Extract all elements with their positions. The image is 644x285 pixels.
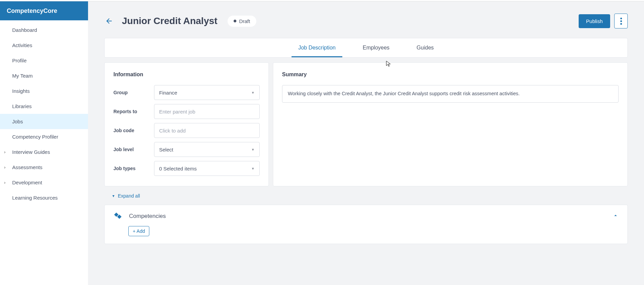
reports-to-label: Reports to xyxy=(113,109,154,114)
job-code-label: Job code xyxy=(113,128,154,133)
status-chip: Draft xyxy=(228,16,256,27)
caret-down-icon: ▼ xyxy=(251,91,255,95)
chevron-right-icon: › xyxy=(4,165,5,170)
back-arrow-icon[interactable] xyxy=(104,17,114,25)
competencies-section: Competencies + Add xyxy=(104,205,628,244)
group-select[interactable]: Finance ▼ xyxy=(154,85,260,100)
main-content: Junior Credit Analyst Draft Publish Job … xyxy=(88,1,644,285)
summary-heading: Summary xyxy=(282,72,619,78)
sidebar-item-label: Activities xyxy=(12,42,32,48)
chevron-right-icon: › xyxy=(4,180,5,185)
job-types-label: Job types xyxy=(113,166,154,171)
group-value: Finance xyxy=(159,90,177,96)
sidebar-item-development[interactable]: ›Development xyxy=(0,175,88,190)
brand: CompetencyCore xyxy=(0,1,88,20)
sidebar-item-learning-resources[interactable]: Learning Resources xyxy=(0,190,88,205)
information-heading: Information xyxy=(113,72,260,78)
expand-all-button[interactable]: ▾ Expand all xyxy=(112,193,140,199)
job-types-select[interactable]: 0 Selected items ▼ xyxy=(154,161,260,176)
publish-button[interactable]: Publish xyxy=(579,14,610,28)
information-panel: Information Group Finance ▼ Reports to J… xyxy=(104,62,269,186)
add-competency-button[interactable]: + Add xyxy=(128,226,149,236)
status-dot-icon xyxy=(234,20,236,22)
header: Junior Credit Analyst Draft Publish xyxy=(104,14,628,28)
sidebar-item-label: Insights xyxy=(12,88,30,94)
reports-to-input[interactable] xyxy=(154,104,260,119)
competencies-icon xyxy=(113,212,122,220)
tabs: Job DescriptionEmployeesGuides xyxy=(104,38,628,58)
tab-job-description[interactable]: Job Description xyxy=(295,39,339,57)
status-text: Draft xyxy=(239,18,250,24)
competencies-title: Competencies xyxy=(129,213,166,220)
sidebar-item-label: My Team xyxy=(12,73,33,79)
sidebar-item-label: Assessments xyxy=(12,164,42,170)
tab-guides[interactable]: Guides xyxy=(413,39,437,57)
summary-text[interactable]: Working closely with the Credit Analyst,… xyxy=(282,85,619,103)
sidebar-item-label: Jobs xyxy=(12,119,23,124)
sidebar-item-label: Interview Guides xyxy=(12,149,50,155)
sidebar-item-my-team[interactable]: My Team xyxy=(0,68,88,83)
nav: DashboardActivitiesProfileMy TeamInsight… xyxy=(0,20,88,205)
sidebar-item-interview-guides[interactable]: ›Interview Guides xyxy=(0,144,88,160)
sidebar-item-profile[interactable]: Profile xyxy=(0,53,88,68)
collapse-icon[interactable] xyxy=(613,212,619,220)
sidebar-item-libraries[interactable]: Libraries xyxy=(0,99,88,114)
job-level-value: Select xyxy=(159,147,173,152)
sidebar-item-label: Development xyxy=(12,180,42,185)
caret-down-icon: ▼ xyxy=(251,167,255,170)
sidebar-item-label: Learning Resources xyxy=(12,195,58,201)
caret-down-icon: ▼ xyxy=(251,148,255,151)
sidebar-item-label: Dashboard xyxy=(12,27,37,33)
group-label: Group xyxy=(113,90,154,95)
sidebar: CompetencyCore DashboardActivitiesProfil… xyxy=(0,1,88,285)
sidebar-item-label: Competency Profiler xyxy=(12,134,58,140)
summary-panel: Summary Working closely with the Credit … xyxy=(273,62,628,186)
sidebar-item-competency-profiler[interactable]: Competency Profiler xyxy=(0,129,88,144)
expand-all-label: Expand all xyxy=(118,193,140,199)
tab-employees[interactable]: Employees xyxy=(359,39,393,57)
job-level-label: Job level xyxy=(113,147,154,152)
sidebar-item-activities[interactable]: Activities xyxy=(0,38,88,53)
more-actions-button[interactable] xyxy=(614,14,628,28)
sidebar-item-assessments[interactable]: ›Assessments xyxy=(0,160,88,175)
sidebar-item-jobs[interactable]: Jobs xyxy=(0,114,88,129)
chevron-right-icon: › xyxy=(4,149,5,155)
job-level-select[interactable]: Select ▼ xyxy=(154,142,260,157)
page-title: Junior Credit Analyst xyxy=(122,16,217,26)
sidebar-item-label: Libraries xyxy=(12,103,32,109)
job-code-input[interactable] xyxy=(154,123,260,138)
job-types-value: 0 Selected items xyxy=(159,166,197,171)
chevron-down-icon: ▾ xyxy=(112,194,114,198)
sidebar-item-label: Profile xyxy=(12,58,27,63)
sidebar-item-dashboard[interactable]: Dashboard xyxy=(0,22,88,38)
sidebar-item-insights[interactable]: Insights xyxy=(0,83,88,99)
